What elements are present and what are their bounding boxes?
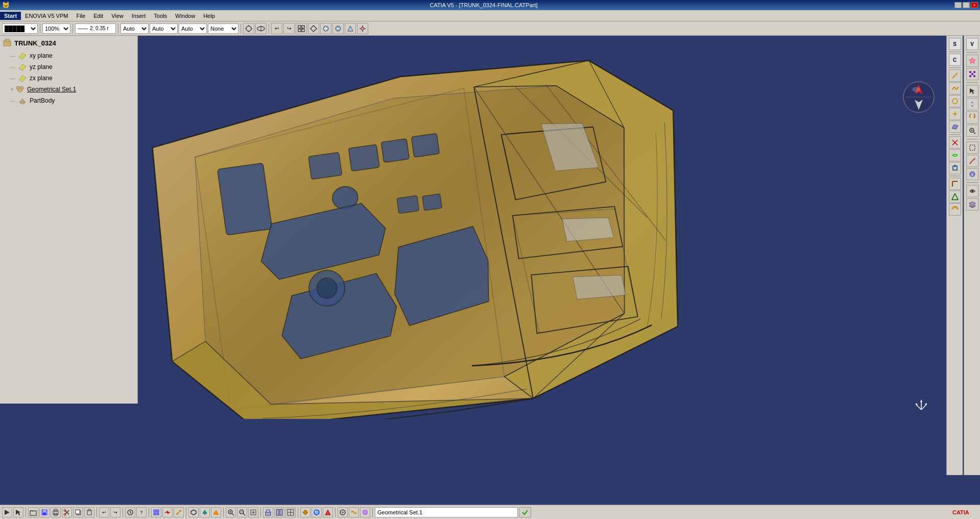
bt-misc3-btn[interactable] [360,507,370,517]
bt-arrow-btn[interactable] [2,507,12,517]
rt2-offset-btn[interactable] [949,203,961,216]
icon-btn-8[interactable] [357,23,368,34]
close-btn[interactable]: × [971,2,978,8]
dropdown-auto1[interactable]: Auto [121,23,149,34]
rt2-s-btn[interactable]: S [949,38,961,50]
icon-btn-2[interactable] [255,23,267,34]
bt-zoomfit-btn[interactable] [248,507,258,517]
menu-view[interactable]: View [107,12,128,20]
icon-btn-6[interactable] [332,23,344,34]
rt-layers-btn[interactable] [966,198,978,210]
svg-marker-57 [970,88,975,94]
bt-render3-btn[interactable] [323,507,333,517]
rt2-fillet-btn[interactable] [949,178,961,190]
svg-rect-22 [308,152,342,179]
tree-partbody[interactable]: — PartBody [0,95,137,106]
rt2-join-btn[interactable] [949,149,961,161]
dropdown-auto2[interactable]: Auto [150,23,178,34]
tree-root[interactable]: TRUNK_0324 [0,36,137,50]
bt-tool3-btn[interactable] [151,507,161,517]
bt-copy-btn[interactable] [73,507,83,517]
icon-btn-4[interactable] [308,23,319,34]
bt-cut-btn[interactable] [62,507,72,517]
svg-point-48 [16,86,19,89]
partbody-label: PartBody [30,97,55,104]
bt-tool4-btn[interactable] [162,507,173,517]
rt2-spline-btn[interactable] [949,82,961,95]
bt-tool8-btn[interactable] [211,507,221,517]
bt-view1-btn[interactable] [263,507,273,517]
rt-sep3 [966,139,978,139]
bt-print-btn[interactable] [51,507,61,517]
bt-open-btn[interactable] [28,507,38,517]
tree-yz-plane[interactable]: — yz plane [0,61,137,73]
bt-view2-btn[interactable] [274,507,284,517]
status-input[interactable] [375,507,518,517]
bt-undo2-btn[interactable]: ↩ [99,507,109,517]
rt2-surface-btn[interactable] [949,121,961,133]
tree-xy-plane[interactable]: — xy plane [0,50,137,61]
rt-zoom-btn[interactable] [966,125,978,137]
bt-cursor2-btn[interactable] [13,507,23,517]
rt-info-btn[interactable]: i [966,168,978,180]
zoom-dropdown[interactable]: 100% [42,23,70,34]
bt-render2-btn[interactable] [312,507,322,517]
bt-save-btn[interactable] [39,507,50,517]
rt-move-btn[interactable] [966,98,978,110]
menu-tools[interactable]: Tools [150,12,171,20]
icon-btn-5[interactable] [320,23,331,34]
rt2-line-btn[interactable] [949,69,961,82]
icon-btn-3[interactable] [296,23,307,34]
bt-confirm-btn[interactable] [519,507,531,517]
menu-enovia[interactable]: ENOVIA V5 VPM [21,12,72,20]
compass[interactable] [898,77,939,117]
icon-btn-7[interactable] [345,23,356,34]
icon-btn-1[interactable] [243,23,254,34]
rt2-trim-btn[interactable] [949,136,961,149]
maximize-btn[interactable]: □ [963,2,970,8]
bt-tool1-btn[interactable] [125,507,135,517]
dropdown-none[interactable]: None [208,23,238,34]
undo-btn[interactable]: ↩ [271,23,282,34]
menu-start[interactable]: Start [0,12,21,20]
menu-insert[interactable]: Insert [128,12,150,20]
rt2-extract-btn[interactable] [949,162,961,174]
rt-select-btn[interactable] [966,141,978,154]
rt2-point-btn[interactable] [949,108,961,120]
bt-redo2-btn[interactable]: ↪ [110,507,121,517]
rt2-circle-btn[interactable] [949,95,961,107]
bt-tool7-btn[interactable] [200,507,210,517]
menu-file[interactable]: File [72,12,89,20]
bt-tool6-btn[interactable] [188,507,199,517]
tree-zx-plane[interactable]: — zx plane [0,73,137,84]
bt-zoomout-btn[interactable] [237,507,247,517]
rt2-c-btn[interactable]: C [949,54,961,66]
bt-render1-btn[interactable] [300,507,310,517]
menu-help[interactable]: Help [199,12,219,20]
tree-geoset[interactable]: + Geometrical Set.1 [0,84,137,95]
line-display: ——2: 0.35 r [75,23,116,34]
rt-dots-btn[interactable] [966,68,978,80]
titlebar-title: CATIA V5 - [TRUNK_0324-FINAL.CATPart] [429,2,537,8]
redo-btn[interactable]: ↪ [283,23,295,34]
zx-plane-label: zx plane [30,75,53,82]
rt-rotate-btn[interactable] [966,111,978,124]
menu-edit[interactable]: Edit [89,12,107,20]
rt-v-btn[interactable]: V [966,38,978,50]
minimize-btn[interactable]: _ [954,2,962,8]
rt2-draft-btn[interactable] [949,191,961,203]
bt-paste-btn[interactable] [84,507,94,517]
bt-zoomin-btn[interactable] [226,507,236,517]
bt-tool2-btn[interactable]: ? [136,507,147,517]
bt-misc2-btn[interactable] [349,507,359,517]
color-dropdown[interactable]: █████ [2,23,38,34]
bt-misc1-btn[interactable] [338,507,348,517]
bt-view3-btn[interactable] [285,507,296,517]
dropdown-auto3[interactable]: Auto [179,23,207,34]
rt-cursor-btn[interactable] [966,85,978,97]
rt-measure-btn[interactable] [966,155,978,167]
bt-tool5-btn[interactable] [174,507,184,517]
menu-window[interactable]: Window [171,12,199,20]
rt-star-btn[interactable] [966,55,978,67]
rt-hide-btn[interactable] [966,185,978,197]
